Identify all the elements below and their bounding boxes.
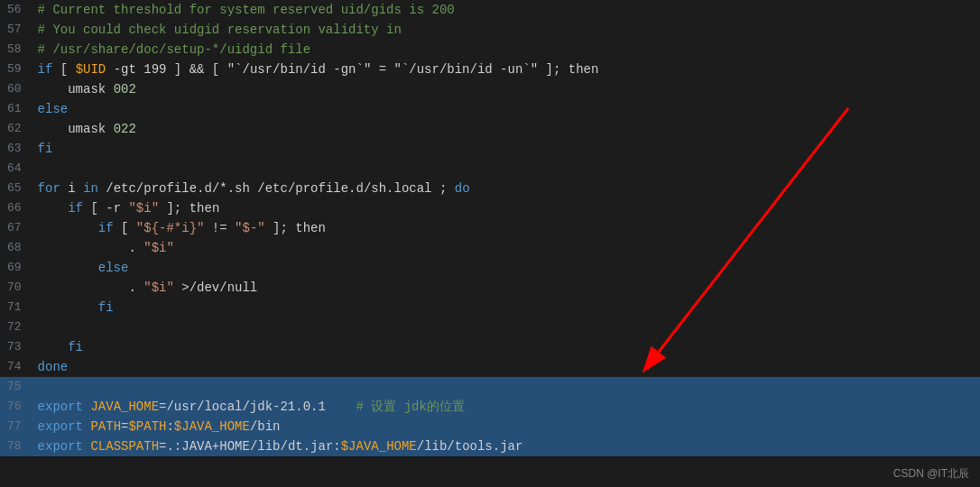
code-line: 69 else <box>0 258 980 278</box>
code-line: 64 <box>0 159 980 179</box>
code-line: 61else <box>0 99 980 119</box>
line-number: 62 <box>0 119 32 139</box>
line-number: 78 <box>0 436 32 456</box>
line-content: . "$i" <box>32 238 980 258</box>
code-line: 75 <box>0 377 980 397</box>
line-number: 58 <box>0 40 32 60</box>
code-line: 73 fi <box>0 337 980 357</box>
line-content: umask 022 <box>32 119 980 139</box>
line-number: 63 <box>0 139 32 159</box>
line-content: else <box>32 99 980 119</box>
line-number: 60 <box>0 79 32 99</box>
line-content: export JAVA_HOME=/usr/local/jdk-21.0.1 #… <box>32 397 980 417</box>
code-line: 70 . "$i" >/dev/null <box>0 278 980 298</box>
code-line: 78export CLASSPATH=.:JAVA+HOME/lib/dt.ja… <box>0 436 980 456</box>
line-content: if [ -r "$i" ]; then <box>32 198 980 218</box>
line-number: 56 <box>0 0 32 20</box>
line-content: fi <box>32 139 980 159</box>
line-content: else <box>32 258 980 278</box>
line-number: 57 <box>0 20 32 40</box>
line-content: # You could check uidgid reservation val… <box>32 20 980 40</box>
code-line: 65for i in /etc/profile.d/*.sh /etc/prof… <box>0 179 980 198</box>
line-number: 77 <box>0 417 32 436</box>
line-content: if [ "${-#*i}" != "$-" ]; then <box>32 218 980 238</box>
line-content: . "$i" >/dev/null <box>32 278 980 298</box>
line-content: # /usr/share/doc/setup-*/uidgid file <box>32 40 980 60</box>
code-line: 57# You could check uidgid reservation v… <box>0 20 980 40</box>
code-line: 59if [ $UID -gt 199 ] && [ "`/usr/bin/id… <box>0 60 980 79</box>
line-number: 59 <box>0 60 32 79</box>
code-line: 58# /usr/share/doc/setup-*/uidgid file <box>0 40 980 60</box>
line-content: done <box>32 357 980 377</box>
code-line: 66 if [ -r "$i" ]; then <box>0 198 980 218</box>
line-content: export CLASSPATH=.:JAVA+HOME/lib/dt.jar:… <box>32 436 980 456</box>
line-content <box>32 317 980 337</box>
line-number: 76 <box>0 397 32 417</box>
code-line: 76export JAVA_HOME=/usr/local/jdk-21.0.1… <box>0 397 980 417</box>
code-line: 71 fi <box>0 298 980 317</box>
line-number: 73 <box>0 337 32 357</box>
code-lines: 56# Current threshold for system reserve… <box>0 0 980 456</box>
code-line: 56# Current threshold for system reserve… <box>0 0 980 20</box>
line-content <box>32 159 980 179</box>
watermark-text: CSDN @IT北辰 <box>893 466 969 482</box>
line-number: 75 <box>0 377 32 397</box>
code-line: 72 <box>0 317 980 337</box>
code-line: 74done <box>0 357 980 377</box>
line-number: 69 <box>0 258 32 278</box>
code-line: 62 umask 022 <box>0 119 980 139</box>
line-number: 64 <box>0 159 32 179</box>
code-line: 60 umask 002 <box>0 79 980 99</box>
code-line: 67 if [ "${-#*i}" != "$-" ]; then <box>0 218 980 238</box>
line-number: 71 <box>0 298 32 317</box>
line-number: 66 <box>0 198 32 218</box>
code-line: 63fi <box>0 139 980 159</box>
line-content: for i in /etc/profile.d/*.sh /etc/profil… <box>32 179 980 198</box>
code-editor: 56# Current threshold for system reserve… <box>0 0 980 487</box>
line-number: 65 <box>0 179 32 198</box>
line-content: umask 002 <box>32 79 980 99</box>
line-content: fi <box>32 337 980 357</box>
line-number: 70 <box>0 278 32 298</box>
line-content: export PATH=$PATH:$JAVA_HOME/bin <box>32 417 980 436</box>
line-number: 68 <box>0 238 32 258</box>
line-number: 74 <box>0 357 32 377</box>
line-number: 72 <box>0 317 32 337</box>
line-content <box>32 377 980 397</box>
line-content: fi <box>32 298 980 317</box>
line-content: if [ $UID -gt 199 ] && [ "`/usr/bin/id -… <box>32 60 980 79</box>
line-number: 67 <box>0 218 32 238</box>
code-line: 77export PATH=$PATH:$JAVA_HOME/bin <box>0 417 980 436</box>
code-line: 68 . "$i" <box>0 238 980 258</box>
line-content: # Current threshold for system reserved … <box>32 0 980 20</box>
line-number: 61 <box>0 99 32 119</box>
